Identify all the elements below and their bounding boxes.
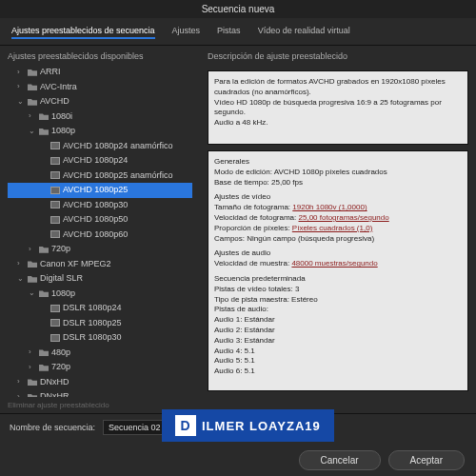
folder-icon: [28, 83, 37, 90]
preset-icon: [50, 230, 60, 238]
tree-folder[interactable]: ⌄AVCHD: [8, 94, 192, 109]
tree-folder[interactable]: ›ARRI: [8, 65, 192, 80]
tree-folder[interactable]: ›AVC-Intra: [8, 80, 192, 95]
group-title: Secuencia predeterminada: [214, 274, 462, 285]
folder-icon: [39, 246, 49, 253]
tree-item-label: DSLR 1080p24: [63, 302, 122, 315]
tree-preset[interactable]: AVCHD 1080p50: [8, 212, 192, 228]
tree-folder[interactable]: ›1080i: [8, 109, 192, 125]
tree-folder[interactable]: ⌄1080p: [8, 287, 192, 302]
preset-icon: [50, 142, 60, 149]
folder-icon: [39, 128, 49, 135]
tree-item-label: 480p: [51, 347, 70, 360]
detail-line: Pistas de audio:: [214, 305, 462, 315]
detail-line: Pistas de vídeo totales: 3: [214, 285, 462, 295]
preset-icon: [50, 334, 60, 342]
tree-folder[interactable]: ›DNxHR: [8, 389, 192, 397]
tree-item-label: DNxHR: [40, 390, 69, 397]
tree-folder[interactable]: ›Canon XF MPEG2: [8, 257, 192, 272]
tree-folder[interactable]: ›720p: [8, 242, 192, 257]
tree-folder[interactable]: ›480p: [8, 346, 192, 361]
presets-label: Ajustes preestablecidos disponibles: [8, 51, 192, 61]
tab-vr[interactable]: Vídeo de realidad virtual: [258, 24, 350, 39]
tree-preset[interactable]: AVCHD 1080p25: [8, 183, 192, 198]
desc-line: Para la edición de formatos AVCHD grabad…: [214, 77, 462, 98]
presets-panel: Ajustes preestablecidos disponibles ›ARR…: [0, 46, 200, 397]
dialog-buttons: Cancelar Aceptar: [0, 445, 476, 476]
chevron-down-icon[interactable]: ⌄: [29, 126, 36, 137]
group-title: Ajustes de audio: [214, 248, 462, 259]
chevron-right-icon[interactable]: ›: [29, 347, 36, 358]
tree-item-label: AVCHD 1080p50: [63, 213, 128, 227]
watermark: D ILMER LOAYZA19: [162, 409, 334, 442]
tab-bar: Ajustes preestablecidos de secuencia Aju…: [0, 18, 476, 46]
preset-icon: [50, 201, 60, 208]
details-box[interactable]: Generales Modo de edición: AVCHD 1080p p…: [208, 150, 468, 391]
chevron-right-icon[interactable]: ›: [17, 258, 25, 269]
cancel-button[interactable]: Cancelar: [299, 450, 381, 470]
watermark-logo-icon: D: [175, 415, 196, 436]
group-title: Ajustes de vídeo: [214, 192, 462, 203]
tree-item-label: ARRI: [40, 66, 61, 79]
detail-line: Audio 2: Estándar: [214, 326, 462, 336]
tree-folder[interactable]: ›DNxHD: [8, 375, 192, 390]
chevron-down-icon[interactable]: ⌄: [29, 288, 36, 299]
tree-folder[interactable]: ⌄1080p: [8, 124, 192, 139]
chevron-down-icon[interactable]: ⌄: [17, 96, 25, 108]
tree-item-label: AVCHD 1080p25 anamórfico: [63, 169, 172, 183]
detail-line: Base de tiempo: 25,00 fps: [214, 178, 462, 188]
chevron-down-icon[interactable]: ⌄: [17, 273, 25, 285]
tree-item-label: 720p: [51, 361, 70, 374]
chevron-right-icon[interactable]: ›: [17, 67, 25, 78]
tree-preset[interactable]: AVCHD 1080p30: [8, 198, 192, 213]
chevron-right-icon[interactable]: ›: [29, 362, 36, 373]
desc-line: Audio a 48 kHz.: [214, 118, 462, 129]
chevron-right-icon[interactable]: ›: [17, 376, 25, 387]
preset-icon: [50, 216, 60, 224]
tree-preset[interactable]: DSLR 1080p24: [8, 301, 192, 316]
detail-line: Audio 5: 5.1: [214, 356, 462, 367]
tree-item-label: AVCHD 1080p25: [63, 184, 128, 197]
tab-settings[interactable]: Ajustes: [172, 24, 201, 39]
tab-tracks[interactable]: Pistas: [217, 24, 241, 39]
detail-line: Campos: Ningún campo (búsqueda progresiv…: [214, 234, 462, 245]
chevron-right-icon[interactable]: ›: [17, 81, 25, 92]
chevron-right-icon[interactable]: ›: [29, 244, 36, 255]
preset-icon: [50, 187, 60, 194]
folder-icon: [28, 378, 37, 386]
detail-line: Velocidad de muestra: 48000 muestras/seg…: [214, 259, 462, 269]
tree-item-label: DNxHD: [40, 376, 69, 389]
tree-folder[interactable]: ›720p: [8, 360, 192, 375]
detail-line: Velocidad de fotograma: 25,00 fotogramas…: [214, 213, 462, 224]
tree-folder[interactable]: ⌄Digital SLR: [8, 271, 192, 287]
folder-icon: [28, 98, 37, 106]
sequence-name-label: Nombre de secuencia:: [10, 423, 95, 432]
tree-preset[interactable]: AVCHD 1080p24 anamórfico: [8, 139, 192, 154]
tree-preset[interactable]: AVCHD 1080p25 anamórfico: [8, 169, 192, 184]
folder-icon: [39, 112, 49, 120]
detail-line: Tamaño de fotograma: 1920h 1080v (1,0000…: [214, 203, 462, 213]
tree-preset[interactable]: AVCHD 1080p60: [8, 228, 192, 243]
detail-line: Audio 3: Estándar: [214, 336, 462, 347]
folder-icon: [39, 348, 49, 356]
tree-preset[interactable]: AVCHD 1080p24: [8, 153, 192, 169]
desc-line: Vídeo HD 1080p de búsqueda progresiva 16…: [214, 98, 462, 119]
detail-line: Modo de edición: AVCHD 1080p píxeles cua…: [214, 168, 462, 178]
tree-item-label: 1080i: [51, 110, 72, 124]
preset-icon: [50, 171, 60, 179]
watermark-text: ILMER LOAYZA19: [202, 419, 321, 433]
detail-line: Audio 4: 5.1: [214, 347, 462, 357]
tab-presets[interactable]: Ajustes preestablecidos de secuencia: [11, 24, 155, 39]
tree-preset[interactable]: DSLR 1080p30: [8, 330, 192, 346]
description-box[interactable]: Para la edición de formatos AVCHD grabad…: [208, 70, 468, 145]
chevron-right-icon[interactable]: ›: [29, 110, 36, 122]
tree-item-label: AVC-Intra: [40, 81, 77, 94]
folder-icon: [28, 69, 37, 76]
tree-item-label: AVCHD 1080p30: [63, 199, 128, 212]
folder-icon: [39, 289, 49, 297]
tree-preset[interactable]: DSLR 1080p25: [8, 316, 192, 331]
preset-tree[interactable]: ›ARRI›AVC-Intra⌄AVCHD›1080i⌄1080pAVCHD 1…: [8, 65, 192, 397]
preset-icon: [50, 157, 60, 165]
ok-button[interactable]: Aceptar: [388, 450, 465, 470]
tree-item-label: AVCHD 1080p24: [63, 154, 128, 168]
